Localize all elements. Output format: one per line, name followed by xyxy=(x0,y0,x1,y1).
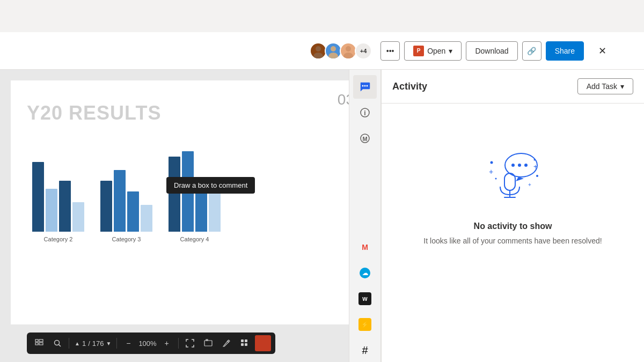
chart-label: Category 2 xyxy=(44,236,73,242)
add-task-arrow: ▾ xyxy=(620,82,624,91)
more-button[interactable]: ••• xyxy=(380,41,400,61)
link-icon: 🔗 xyxy=(527,47,536,55)
page-down-arrow: ▼ xyxy=(106,341,111,346)
present-button[interactable] xyxy=(255,335,271,351)
svg-rect-9 xyxy=(39,343,43,345)
svg-rect-6 xyxy=(35,339,38,342)
svg-rect-12 xyxy=(204,341,212,346)
add-task-label: Add Task xyxy=(587,82,617,91)
zoom-plus-icon: + xyxy=(165,339,169,348)
bar xyxy=(100,181,112,232)
draw-button[interactable] xyxy=(218,335,235,351)
bar xyxy=(59,181,71,232)
svg-point-2 xyxy=(331,46,336,51)
svg-text:i: i xyxy=(364,109,365,117)
svg-rect-17 xyxy=(245,343,247,346)
download-button[interactable]: Download xyxy=(466,41,517,61)
slide-content: 03 Y20 RESULTS Category 2 xyxy=(11,80,370,324)
activity-empty-state: + + + No activity to show It looks like … xyxy=(382,104,644,268)
header-toolbar: +4 ••• P Open ▾ Download 🔗 Share ✕ xyxy=(0,32,644,70)
svg-text:+: + xyxy=(533,163,537,171)
chart-label: Category 3 xyxy=(112,236,141,242)
draw-box-tooltip: Draw a box to comment xyxy=(166,177,255,194)
svg-point-10 xyxy=(55,341,60,345)
sidebar-mentions-button[interactable]: M xyxy=(353,127,377,150)
svg-point-27 xyxy=(518,164,521,167)
grid-button[interactable] xyxy=(237,335,253,351)
activity-title: Activity xyxy=(392,81,427,92)
sidebar-info-button[interactable]: i xyxy=(353,101,377,124)
share-button[interactable]: Share xyxy=(546,41,584,61)
add-task-button[interactable]: Add Task ▾ xyxy=(577,78,633,94)
page-total: 176 xyxy=(92,339,104,348)
sidebar-slack-button[interactable]: # xyxy=(353,338,377,362)
tooltip-text: Draw a box to comment xyxy=(174,181,247,189)
sidebar-tasks-button[interactable]: ⚡ xyxy=(353,313,377,336)
svg-text:M: M xyxy=(362,136,367,142)
svg-point-26 xyxy=(511,164,515,167)
thumbnail-toggle-button[interactable] xyxy=(31,335,47,351)
open-arrow: ▾ xyxy=(449,47,452,55)
sidebar-icons: i M M ☁ w ⚡ # xyxy=(349,70,381,362)
close-icon: ✕ xyxy=(598,45,606,57)
screenshot-button[interactable] xyxy=(200,335,216,351)
zoom-in-button[interactable]: + xyxy=(159,335,175,351)
bar xyxy=(114,170,126,232)
top-bar xyxy=(0,0,644,32)
open-label: Open xyxy=(427,47,445,55)
search-button[interactable] xyxy=(49,335,65,351)
open-button[interactable]: P Open ▾ xyxy=(404,41,462,61)
slack-icon: # xyxy=(362,344,368,357)
tasks-icon: ⚡ xyxy=(358,318,371,331)
slide-container: 03 Y20 RESULTS Category 2 xyxy=(11,80,370,324)
main-content: 03 Y20 RESULTS Category 2 xyxy=(0,70,381,362)
bottom-toolbar: ▲ 1 / 176 ▼ − 100% + xyxy=(27,333,275,354)
avatar-count[interactable]: +4 xyxy=(355,42,372,60)
svg-point-19 xyxy=(364,85,366,87)
activity-empty-subtitle: It looks like all of your comments have … xyxy=(423,235,602,247)
svg-point-0 xyxy=(316,46,321,51)
salesforce-icon: ☁ xyxy=(360,268,370,278)
svg-point-31 xyxy=(536,175,538,177)
svg-point-33 xyxy=(495,178,496,180)
svg-point-30 xyxy=(490,161,493,164)
svg-rect-16 xyxy=(241,343,244,346)
fullscreen-button[interactable] xyxy=(182,335,198,351)
bar xyxy=(72,202,84,232)
share-label: Share xyxy=(555,47,575,55)
separator xyxy=(178,338,179,349)
sidebar-gmail-button[interactable]: M xyxy=(353,235,377,259)
copy-link-button[interactable]: 🔗 xyxy=(522,41,541,61)
svg-rect-8 xyxy=(35,343,38,345)
sidebar-chat-button[interactable] xyxy=(353,75,377,99)
page-up-arrow: ▲ xyxy=(75,341,80,346)
svg-rect-15 xyxy=(245,339,247,342)
close-button[interactable]: ✕ xyxy=(592,41,612,61)
zoom-level: 100% xyxy=(138,339,156,348)
avatar-group: +4 xyxy=(310,42,372,60)
zoom-out-button[interactable]: − xyxy=(120,335,136,351)
svg-point-3 xyxy=(328,53,338,58)
zoom-minus-icon: − xyxy=(126,339,130,348)
svg-point-18 xyxy=(362,85,364,87)
svg-line-11 xyxy=(59,345,61,347)
svg-point-28 xyxy=(524,164,528,167)
svg-rect-13 xyxy=(206,339,208,341)
page-nav: ▲ 1 / 176 ▼ xyxy=(72,339,113,348)
chart-group-4: Category 4 xyxy=(169,151,221,242)
svg-point-4 xyxy=(346,46,351,51)
download-label: Download xyxy=(475,47,508,55)
bar xyxy=(169,157,180,232)
bar xyxy=(32,162,44,232)
sidebar-salesforce-button[interactable]: ☁ xyxy=(353,261,377,285)
slide-title: Y20 RESULTS xyxy=(27,102,354,124)
page-separator: / xyxy=(88,339,90,348)
svg-point-32 xyxy=(533,159,535,161)
sidebar-w-button[interactable]: w xyxy=(353,287,377,311)
activity-empty-title: No activity to show xyxy=(474,221,552,231)
page-current: 1 xyxy=(82,339,86,348)
svg-text:+: + xyxy=(528,182,531,188)
bar xyxy=(141,205,152,232)
activity-header: Activity Add Task ▾ xyxy=(382,70,644,104)
w-icon: w xyxy=(358,292,371,305)
